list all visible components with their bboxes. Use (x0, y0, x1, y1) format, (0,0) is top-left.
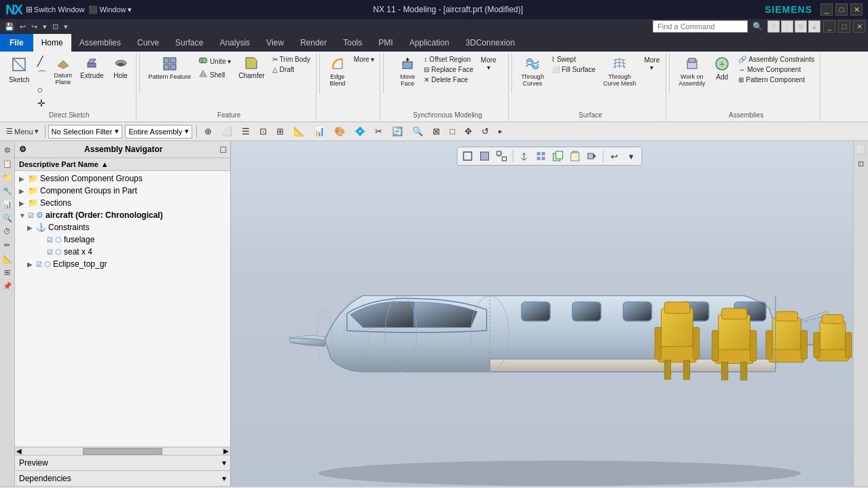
fill-surface-btn[interactable]: ⬜ Fill Surface (549, 64, 598, 75)
close-btn[interactable]: ✕ (850, 3, 863, 16)
vp-paste-btn[interactable] (568, 149, 583, 164)
close-btn2[interactable]: ✕ (853, 20, 865, 33)
nav-horizontal-scrollbar[interactable]: ◀ ▶ (15, 447, 230, 455)
work-on-assembly-btn[interactable]: Work onAssembly (675, 54, 708, 89)
scroll-right-btn[interactable]: ▶ (222, 447, 230, 455)
quickaccess-more-dropdown[interactable]: ▾ (62, 22, 70, 32)
left-icon-6[interactable]: ⏱ (1, 225, 14, 238)
sketch-btn[interactable]: Sketch (5, 54, 33, 86)
measure-btn[interactable]: 📐 (290, 124, 308, 138)
edge-blend-btn[interactable]: EdgeBlend (325, 54, 350, 89)
clip-btn[interactable]: ✂ (372, 124, 386, 138)
vp-part-navigator-btn[interactable] (517, 149, 532, 164)
info-btn[interactable]: i (781, 20, 793, 33)
menu-btn[interactable]: ☰ Menu ▾ (3, 125, 42, 138)
analyze-btn[interactable]: 📊 (310, 124, 328, 138)
fit-btn[interactable]: ⊠ (429, 124, 444, 138)
scrollbar-track[interactable] (23, 448, 222, 455)
tab-pmi[interactable]: PMI (370, 34, 401, 52)
nav-preview-section[interactable]: Preview ▾ (15, 455, 230, 470)
scope-dropdown[interactable]: Entire Assembly ▾ (125, 125, 192, 138)
tab-analysis[interactable]: Analysis (211, 34, 258, 52)
more-cmd-btn[interactable]: ▸ (495, 125, 506, 138)
circle-btn[interactable]: ○ (35, 83, 50, 96)
draft-btn[interactable]: △ Draft (270, 64, 313, 75)
through-curve-mesh-btn[interactable]: ThroughCurves (518, 54, 547, 89)
shell-btn[interactable]: Shell (196, 68, 234, 81)
tab-curve[interactable]: Curve (129, 34, 167, 52)
quickaccess-dropdown[interactable]: ▾ (41, 22, 49, 32)
more-edge-btn[interactable]: More ▾ (351, 54, 378, 64)
add-btn[interactable]: + Add (710, 54, 734, 83)
move-component-btn[interactable]: ↔ Move Component (736, 64, 817, 75)
left-icon-10[interactable]: 📌 (1, 280, 14, 292)
more-sync-btn[interactable]: More ▾ (477, 54, 500, 73)
customize-quick-btn[interactable]: ⊡ (50, 22, 60, 32)
tree-component-groups[interactable]: ▶ 📁 Component Groups in Part (16, 185, 229, 197)
delete-face-btn[interactable]: ✕ Delete Face (421, 75, 476, 85)
nav-collapse-btn[interactable]: □ (221, 144, 226, 155)
redo-quick-btn[interactable]: ↪ (29, 22, 39, 32)
through-curve-mesh-big-btn[interactable]: ThroughCurve Mesh (600, 54, 640, 89)
scrollbar-thumb[interactable] (83, 448, 162, 455)
max-btn2[interactable]: □ (838, 20, 850, 33)
front-btn[interactable]: □ (446, 124, 458, 138)
vp-right-icon2[interactable]: ⊡ (855, 157, 867, 170)
seat-checkbox[interactable]: ☑ (47, 248, 53, 256)
vp-wireframe-btn[interactable] (460, 149, 475, 164)
view-orient-btn[interactable]: ⊡ (256, 124, 270, 138)
filter-btn[interactable]: ⊞ (273, 124, 287, 138)
left-icon-7[interactable]: ✏ (1, 239, 14, 251)
selection-mode-btn[interactable]: ⬜ (218, 124, 236, 138)
minimize-btn[interactable]: _ (820, 3, 833, 16)
tree-sections[interactable]: ▶ 📁 Sections (16, 197, 229, 209)
min-btn2[interactable]: _ (823, 20, 835, 33)
tab-view[interactable]: View (258, 34, 292, 52)
unite-btn[interactable]: Unite ▾ (196, 54, 234, 68)
3d-viewport[interactable]: ↩ ▾ (231, 141, 868, 486)
minimize-ribbon-btn[interactable]: ▲ (808, 20, 820, 33)
tree-eclipse[interactable]: ▶ ☑ ⬡ Eclipse_top_gr (16, 258, 229, 270)
left-icon-4[interactable]: 📊 (1, 198, 14, 210)
nav-dependencies-section[interactable]: Dependencies ▾ (15, 470, 230, 486)
layer-btn[interactable]: ☰ (238, 124, 253, 138)
vp-copy-btn[interactable] (551, 149, 566, 164)
tree-fuselage[interactable]: ▶ ☑ ⬡ fuselage (16, 233, 229, 246)
trim-body-btn[interactable]: ✂ Trim Body (270, 54, 313, 64)
tab-application[interactable]: Application (401, 34, 458, 52)
hole-btn[interactable]: Hole (109, 54, 133, 81)
tree-aircraft[interactable]: ▼ ☑ ⚙ aircraft (Order: Chronological) (16, 209, 229, 221)
vp-undo-dropdown-btn[interactable]: ▾ (624, 149, 639, 164)
pattern-feature-btn[interactable]: Pattern Feature (145, 54, 195, 82)
more-surface-btn[interactable]: More ▾ (640, 54, 663, 73)
tab-home[interactable]: Home (33, 34, 71, 52)
tab-assemblies[interactable]: Assemblies (71, 34, 129, 52)
arc-btn[interactable]: ⌒ (35, 68, 50, 83)
save-quick-btn[interactable]: 💾 (3, 22, 16, 32)
vp-zoom-fit-btn[interactable] (494, 149, 509, 164)
vp-undo-btn[interactable]: ↩ (607, 149, 622, 164)
tab-render[interactable]: Render (292, 34, 335, 52)
tab-file[interactable]: File (0, 34, 33, 52)
render-btn[interactable]: 🎨 (331, 124, 348, 138)
left-icon-8[interactable]: 📐 (1, 252, 14, 265)
chamfer-btn[interactable]: Chamfer (235, 54, 268, 81)
swept-btn[interactable]: ⌇ Swept (549, 54, 598, 64)
shade-btn[interactable]: 💠 (351, 124, 369, 138)
scroll-left-btn[interactable]: ◀ (15, 447, 23, 455)
vp-assembly-btn[interactable] (534, 149, 549, 164)
settings-ribbon-btn[interactable]: ⚙ (795, 20, 807, 33)
left-icon-1[interactable]: 📋 (1, 157, 14, 170)
offset-region-btn[interactable]: ↕ Offset Region (421, 54, 476, 64)
aircraft-checkbox[interactable]: ☑ (28, 212, 34, 219)
assembly-constraints-btn[interactable]: 🔗 Assembly Constraints (736, 54, 817, 64)
pattern-component-btn[interactable]: ⊞ Pattern Component (736, 75, 817, 85)
plus-tool-btn[interactable]: ✛ (35, 96, 50, 110)
window-btn[interactable]: ⬛ Window ▾ (88, 5, 131, 14)
tree-seat-x4[interactable]: ▶ ☑ ⬡ seat x 4 (16, 246, 229, 258)
datum-plane-btn[interactable]: DatumPlane (51, 54, 76, 88)
maximize-btn[interactable]: □ (835, 3, 848, 16)
zoom-btn[interactable]: 🔍 (409, 124, 427, 138)
left-icon-2[interactable]: 📁 (1, 171, 14, 183)
left-icon-5[interactable]: 🔍 (1, 212, 14, 224)
